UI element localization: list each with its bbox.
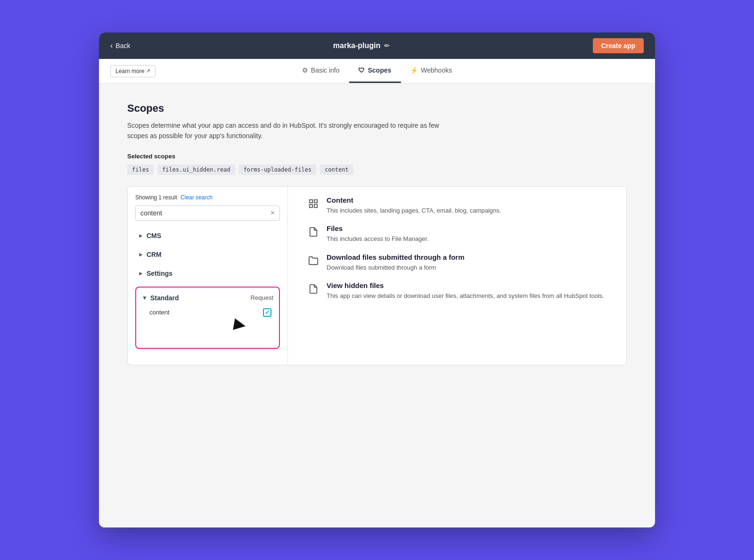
search-clear-icon[interactable]: × bbox=[270, 209, 275, 217]
subnav: Learn more ↗ ⚙ Basic info 🛡 Scopes ⚡ Web… bbox=[99, 59, 655, 83]
page-title: Scopes bbox=[127, 102, 627, 115]
crm-group-header[interactable]: ► CRM bbox=[135, 247, 280, 262]
tab-webhooks-label: Webhooks bbox=[421, 66, 452, 74]
scope-group-settings: ► Settings bbox=[135, 266, 280, 281]
scope-tag-files-ui-hidden: files.ui_hidden.read bbox=[157, 165, 235, 175]
standard-group-header[interactable]: ▼ Standard Request bbox=[140, 291, 275, 305]
files-detail-text: Files This includes access to File Manag… bbox=[327, 224, 429, 244]
content-detail-icon bbox=[307, 197, 320, 210]
nav-tabs: ⚙ Basic info 🛡 Scopes ⚡ Webhooks bbox=[293, 59, 461, 83]
tab-basic-info[interactable]: ⚙ Basic info bbox=[293, 59, 349, 83]
content-detail-desc: This includes sites, landing pages, CTA,… bbox=[327, 206, 501, 215]
app-title-area: marka-plugin ✏ bbox=[333, 41, 390, 50]
scope-group-crm: ► CRM bbox=[135, 247, 280, 262]
search-input[interactable] bbox=[140, 209, 270, 217]
standard-chevron-icon: ▼ bbox=[142, 295, 148, 301]
scope-tag-files: files bbox=[127, 165, 154, 175]
svg-rect-2 bbox=[310, 205, 312, 207]
create-app-button[interactable]: Create app bbox=[593, 38, 644, 53]
right-panel: Content This includes sites, landing pag… bbox=[295, 187, 626, 365]
scope-panels: Showing 1 result Clear search × ► CMS bbox=[127, 186, 627, 365]
standard-group: ▼ Standard Request content ▶ bbox=[135, 287, 280, 349]
tab-scopes-label: Scopes bbox=[368, 66, 391, 74]
files-detail-title: Files bbox=[327, 224, 429, 232]
content-scope-name: content bbox=[149, 309, 170, 316]
back-label: Back bbox=[115, 42, 130, 49]
settings-group-header[interactable]: ► Settings bbox=[135, 266, 280, 281]
main-content: Scopes Scopes determine what your app ca… bbox=[99, 83, 655, 384]
clear-search-link[interactable]: Clear search bbox=[180, 194, 213, 201]
view-hidden-detail-icon bbox=[307, 282, 320, 296]
files-detail-desc: This includes access to File Manager. bbox=[327, 234, 429, 244]
crm-group-label: CRM bbox=[147, 251, 162, 258]
standard-group-header-left: ▼ Standard bbox=[142, 294, 179, 302]
content-scope-item: content bbox=[140, 305, 275, 321]
cms-chevron-icon: ► bbox=[138, 232, 144, 239]
download-files-detail-title: Download files submitted through a form bbox=[327, 253, 465, 261]
svg-rect-0 bbox=[310, 200, 312, 203]
app-window: ‹ Back marka-plugin ✏ Create app Learn m… bbox=[99, 33, 655, 527]
settings-icon: ⚙ bbox=[302, 66, 308, 74]
webhook-icon: ⚡ bbox=[410, 66, 418, 74]
content-detail-text: Content This includes sites, landing pag… bbox=[327, 196, 501, 215]
content-scope-checkbox[interactable] bbox=[263, 308, 271, 317]
search-info: Showing 1 result Clear search bbox=[135, 194, 280, 201]
cms-group-header[interactable]: ► CMS bbox=[135, 228, 280, 243]
learn-more-label: Learn more bbox=[115, 68, 144, 74]
back-arrow-icon: ‹ bbox=[110, 41, 113, 50]
cms-group-label: CMS bbox=[147, 232, 161, 239]
download-files-detail-icon bbox=[307, 254, 320, 267]
search-result-count: Showing 1 result bbox=[135, 194, 177, 201]
scope-detail-view-hidden: View hidden files This app can view deta… bbox=[307, 281, 615, 301]
tab-basic-info-label: Basic info bbox=[311, 66, 340, 74]
app-name: marka-plugin bbox=[333, 41, 380, 50]
external-link-icon: ↗ bbox=[146, 68, 150, 74]
cursor-area: ▶ bbox=[140, 321, 275, 344]
tab-webhooks[interactable]: ⚡ Webhooks bbox=[401, 59, 461, 83]
edit-icon[interactable]: ✏ bbox=[384, 42, 390, 49]
selected-scopes-label: Selected scopes bbox=[127, 153, 627, 160]
files-detail-icon bbox=[307, 225, 320, 239]
scope-tags: files files.ui_hidden.read forms-uploade… bbox=[127, 165, 627, 175]
scope-detail-content: Content This includes sites, landing pag… bbox=[307, 196, 615, 215]
view-hidden-detail-desc: This app can view details or download us… bbox=[327, 291, 604, 301]
page-description: Scopes determine what your app can acces… bbox=[127, 120, 457, 141]
learn-more-button[interactable]: Learn more ↗ bbox=[110, 65, 156, 77]
svg-rect-1 bbox=[314, 200, 317, 203]
view-hidden-detail-text: View hidden files This app can view deta… bbox=[327, 281, 604, 301]
scope-tag-forms-uploaded: forms-uploaded-files bbox=[239, 165, 317, 175]
settings-group-label: Settings bbox=[147, 270, 172, 277]
topbar: ‹ Back marka-plugin ✏ Create app bbox=[99, 33, 655, 59]
back-button[interactable]: ‹ Back bbox=[110, 41, 130, 50]
standard-group-label: Standard bbox=[150, 294, 179, 302]
scope-detail-files: Files This includes access to File Manag… bbox=[307, 224, 615, 244]
shield-icon: 🛡 bbox=[358, 66, 365, 74]
download-files-detail-text: Download files submitted through a form … bbox=[327, 253, 465, 272]
scope-detail-download-files: Download files submitted through a form … bbox=[307, 253, 615, 272]
download-files-detail-desc: Download files submitted through a form bbox=[327, 263, 465, 272]
view-hidden-detail-title: View hidden files bbox=[327, 281, 604, 289]
scope-tag-content: content bbox=[320, 165, 353, 175]
search-box: × bbox=[135, 206, 280, 221]
content-detail-title: Content bbox=[327, 196, 501, 204]
settings-chevron-icon: ► bbox=[138, 270, 144, 277]
left-panel: Showing 1 result Clear search × ► CMS bbox=[128, 187, 288, 365]
svg-rect-3 bbox=[314, 205, 317, 207]
scope-group-cms: ► CMS bbox=[135, 228, 280, 243]
tab-scopes[interactable]: 🛡 Scopes bbox=[349, 59, 401, 83]
request-column-label: Request bbox=[251, 294, 273, 301]
crm-chevron-icon: ► bbox=[138, 251, 144, 258]
